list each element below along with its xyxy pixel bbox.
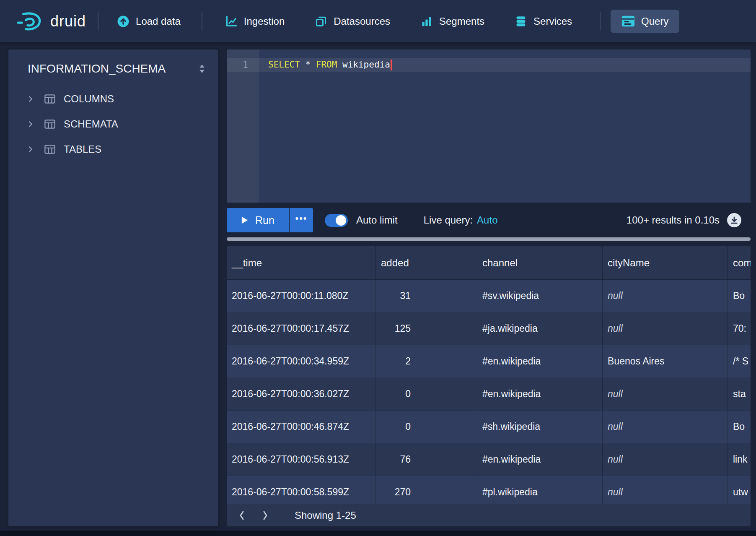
navbar: druid Load data Ingestion Datasources Se…: [0, 0, 756, 42]
sql-code[interactable]: SELECT * FROM wikipedia: [259, 60, 392, 70]
cell-time[interactable]: 2016-06-27T00:00:56.913Z: [227, 443, 376, 476]
table-body: 2016-06-27T00:00:11.080Z 31 #sv.wikipedi…: [227, 280, 751, 509]
showing-label: Showing 1-25: [295, 510, 356, 521]
nav-item-label: Segments: [439, 16, 484, 27]
upload-circle-icon: [117, 15, 129, 28]
column-header-time[interactable]: __time: [227, 246, 376, 280]
cell-channel[interactable]: #en.wikipedia: [477, 345, 603, 378]
horizontal-scrollbar[interactable]: [227, 237, 751, 241]
cell-comment[interactable]: 70:: [728, 312, 751, 345]
brand-text: druid: [50, 13, 86, 30]
column-header-channel[interactable]: channel: [477, 246, 603, 280]
cell-added[interactable]: 0: [376, 411, 477, 443]
console-icon: [621, 16, 635, 27]
sql-editor[interactable]: 1 SELECT * FROM wikipedia: [227, 49, 751, 203]
cell-comment[interactable]: Bo: [728, 280, 751, 312]
druid-logo-icon: [16, 11, 44, 32]
cell-time[interactable]: 2016-06-27T00:00:46.874Z: [227, 411, 376, 443]
cell-added[interactable]: 2: [376, 345, 477, 378]
navbar-divider: [202, 12, 202, 31]
cell-time[interactable]: 2016-06-27T00:00:34.959Z: [227, 345, 376, 378]
brand[interactable]: druid: [16, 11, 86, 32]
nav-item-datasources[interactable]: Datasources: [315, 15, 390, 28]
cell-time[interactable]: 2016-06-27T00:00:17.457Z: [227, 312, 376, 345]
sql-keyword: FROM: [316, 60, 337, 70]
schema-tree: COLUMNS SCHEMATA TABLES: [8, 86, 218, 162]
table-row: 2016-06-27T00:00:56.913Z 76 #en.wikipedi…: [227, 443, 751, 476]
table-grid-icon: [44, 94, 55, 104]
cell-added[interactable]: 0: [376, 378, 477, 411]
query-view: 1 SELECT * FROM wikipedia Run ••• Auto l…: [227, 49, 751, 526]
table-row: 2016-06-27T00:00:11.080Z 31 #sv.wikipedi…: [227, 280, 751, 312]
tree-item-label: COLUMNS: [64, 93, 114, 105]
editor-active-line: 1 SELECT * FROM wikipedia: [227, 58, 751, 72]
tree-item-tables[interactable]: TABLES: [8, 137, 218, 162]
cell-comment[interactable]: sta: [728, 378, 751, 411]
run-more-button[interactable]: •••: [290, 208, 313, 232]
cell-cityname[interactable]: null: [603, 378, 728, 411]
tree-item-columns[interactable]: COLUMNS: [8, 86, 218, 112]
nav-item-load-data[interactable]: Load data: [117, 15, 181, 28]
cell-channel[interactable]: #sv.wikipedia: [477, 280, 603, 312]
ingestion-chart-icon: [225, 15, 238, 28]
tree-item-schemata[interactable]: SCHEMATA: [8, 112, 218, 137]
cell-added[interactable]: 31: [376, 280, 477, 312]
cell-channel[interactable]: #ja.wikipedia: [477, 312, 603, 345]
download-button[interactable]: [727, 213, 741, 227]
sql-text: *: [300, 60, 316, 70]
run-button[interactable]: Run: [227, 208, 289, 232]
cell-channel[interactable]: #en.wikipedia: [477, 443, 603, 476]
stacked-squares-icon: [315, 15, 327, 28]
cell-cityname[interactable]: null: [603, 443, 728, 476]
navbar-divider: [98, 12, 98, 31]
nav-item-label: Ingestion: [244, 16, 285, 27]
toggle-knob: [336, 215, 346, 226]
table-row: 2016-06-27T00:00:17.457Z 125 #ja.wikiped…: [227, 312, 751, 345]
column-header-cityname[interactable]: cityName: [603, 246, 728, 280]
tree-item-label: TABLES: [64, 143, 101, 155]
table-grid-icon: [44, 145, 55, 154]
table-row: 2016-06-27T00:00:34.959Z 2 #en.wikipedia…: [227, 345, 751, 378]
cell-cityname[interactable]: null: [603, 280, 728, 312]
schema-selector[interactable]: INFORMATION_SCHEMA: [8, 49, 218, 79]
cell-cityname[interactable]: null: [603, 312, 728, 345]
table-header-row: __time added channel cityName comment: [227, 246, 751, 280]
cell-channel[interactable]: #sh.wikipedia: [477, 411, 603, 443]
column-header-added[interactable]: added: [376, 246, 477, 280]
sql-keyword: SELECT: [268, 60, 300, 70]
nav-item-services[interactable]: Services: [515, 15, 572, 28]
nav-item-label: Query: [641, 16, 668, 27]
run-button-label: Run: [255, 214, 274, 226]
cell-added[interactable]: 125: [376, 312, 477, 345]
prev-page-button[interactable]: [230, 504, 254, 526]
cell-channel[interactable]: #en.wikipedia: [477, 378, 603, 411]
results-table: __time added channel cityName comment 20…: [227, 246, 751, 526]
chevron-right-icon: [262, 510, 269, 520]
cell-cityname[interactable]: Buenos Aires: [603, 345, 728, 378]
results-info: 100+ results in 0.10s: [627, 214, 720, 226]
database-icon: [515, 15, 527, 28]
bar-chart-icon: [420, 15, 433, 28]
auto-limit-toggle[interactable]: [325, 214, 348, 227]
nav-item-segments[interactable]: Segments: [420, 15, 484, 28]
download-circle-icon: [730, 216, 738, 224]
chevron-right-icon: [27, 146, 34, 153]
editor-gutter: [227, 49, 259, 203]
next-page-button[interactable]: [254, 504, 277, 526]
cell-comment[interactable]: /* S: [728, 345, 751, 378]
schema-title: INFORMATION_SCHEMA: [28, 62, 166, 75]
cell-time[interactable]: 2016-06-27T00:00:11.080Z: [227, 280, 376, 312]
cell-comment[interactable]: Bo: [728, 411, 751, 443]
nav-item-query-active[interactable]: Query: [611, 10, 679, 33]
table-grid-icon: [44, 120, 55, 129]
cell-cityname[interactable]: null: [603, 411, 728, 443]
run-bar: Run ••• Auto limit Live query:Auto 100+ …: [227, 206, 751, 234]
cell-added[interactable]: 76: [376, 443, 477, 476]
table-row: 2016-06-27T00:00:36.027Z 0 #en.wikipedia…: [227, 378, 751, 411]
live-query-text: Live query:: [424, 214, 473, 226]
cell-time[interactable]: 2016-06-27T00:00:36.027Z: [227, 378, 376, 411]
live-query-value[interactable]: Auto: [477, 214, 497, 226]
cell-comment[interactable]: link: [728, 443, 751, 476]
nav-item-ingestion[interactable]: Ingestion: [225, 15, 285, 28]
column-header-comment[interactable]: comment: [728, 246, 751, 280]
